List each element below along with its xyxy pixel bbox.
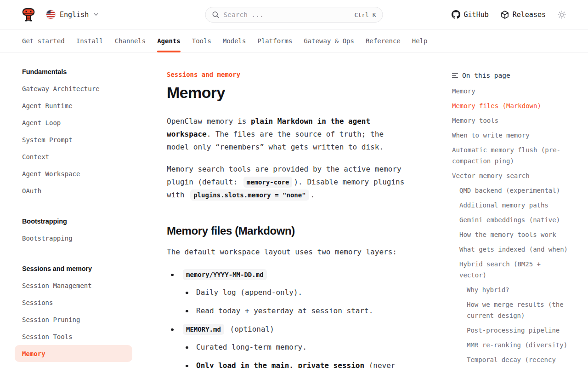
tab-platforms[interactable]: Platforms (257, 29, 292, 52)
list-item: Only load in the main, private session (… (181, 359, 406, 368)
inline-code: memory-core (243, 177, 293, 188)
sidebar-item-session-tools[interactable]: Session Tools (15, 328, 132, 345)
list-item-bold-text: Only load in the main, private session (196, 361, 364, 368)
page-title: Memory (167, 83, 406, 102)
tab-gateway-ops[interactable]: Gateway & Ops (304, 29, 354, 52)
app-logo[interactable] (22, 8, 35, 22)
sidebar-item-gateway-architecture[interactable]: Gateway Architecture (15, 80, 132, 97)
sub-list: Daily log (append-only). Read today + ye… (181, 286, 406, 317)
list-item: memory/YYYY-MM-DD.md Daily log (append-o… (167, 268, 406, 317)
sidebar-section-title: Bootstrapping (15, 218, 132, 225)
inline-code: MEMORY.md (183, 324, 224, 335)
sidebar-section-title: Fundamentals (15, 68, 132, 75)
pixel-lobster-logo-icon (22, 8, 35, 22)
toc-item-what-gets-indexed[interactable]: What gets indexed (and when) (452, 244, 569, 255)
toc-item-vector-memory-search[interactable]: Vector memory search (452, 170, 569, 181)
list-item-text: (optional) (226, 325, 274, 334)
main-content: Sessions and memory Memory OpenClaw memo… (167, 52, 406, 368)
tab-get-started[interactable]: Get started (22, 29, 65, 52)
us-flag-icon (46, 10, 56, 19)
list-item-text: (never (364, 361, 395, 368)
toc-item-gemini-embeddings[interactable]: Gemini embeddings (native) (452, 214, 569, 225)
inline-code: plugins.slots.memory = "none" (190, 190, 309, 201)
chevron-down-icon (94, 13, 98, 16)
search-input[interactable] (224, 11, 351, 18)
plugins-paragraph: Memory search tools are provided by the … (167, 163, 406, 201)
tab-install[interactable]: Install (76, 29, 103, 52)
toc-item-how-we-merge-results[interactable]: How we merge results (the current design… (452, 299, 569, 321)
section-heading-memory-files: Memory files (Markdown) (167, 224, 406, 238)
list-item-text: Curated long-term memory. (196, 343, 307, 351)
list-item-text: Read today + yesterday at session start. (196, 306, 373, 315)
sidebar-item-session-pruning[interactable]: Session Pruning (15, 311, 132, 328)
top-header: English Ctrl K GitHub Releases (0, 0, 588, 29)
inline-code: memory/YYYY-MM-DD.md (183, 269, 267, 280)
sidebar-section-title: Sessions and memory (15, 265, 132, 272)
layers-paragraph: The default workspace layout uses two me… (167, 246, 406, 259)
tab-channels[interactable]: Channels (115, 29, 146, 52)
octocat-icon (452, 10, 460, 19)
sidebar-item-context[interactable]: Context (15, 148, 132, 165)
sidebar-item-oauth[interactable]: OAuth (15, 182, 132, 199)
releases-link[interactable]: Releases (501, 11, 546, 19)
toc-title-row: On this page (452, 71, 569, 80)
sidebar-section-bootstrapping: Bootstrapping Bootstrapping (15, 218, 132, 247)
toc-item-memory-tools[interactable]: Memory tools (452, 115, 569, 126)
intro-paragraph: OpenClaw memory is plain Markdown in the… (167, 115, 406, 154)
tab-tools[interactable]: Tools (192, 29, 211, 52)
search-shortcut: Ctrl K (355, 12, 376, 18)
toc-item-why-hybrid[interactable]: Why hybrid? (452, 284, 569, 295)
sidebar-item-bootstrapping[interactable]: Bootstrapping (15, 230, 132, 247)
list-item: Read today + yesterday at session start. (181, 305, 406, 317)
toc-item-automatic-memory-flush[interactable]: Automatic memory flush (pre-compaction p… (452, 144, 569, 167)
toc-item-mmr-re-ranking[interactable]: MMR re-ranking (diversity) (452, 339, 569, 351)
list-lines-icon (452, 73, 458, 78)
toc-item-qmd-backend[interactable]: QMD backend (experimental) (452, 185, 569, 196)
magnifier-icon (212, 11, 220, 18)
package-icon (501, 11, 509, 19)
releases-label: Releases (513, 11, 546, 19)
toc-item-how-the-memory-tools-work[interactable]: How the memory tools work (452, 229, 569, 240)
list-item: Curated long-term memory. (181, 341, 406, 354)
github-link[interactable]: GitHub (452, 10, 489, 19)
memory-layers-list: memory/YYYY-MM-DD.md Daily log (append-o… (167, 268, 406, 368)
sidebar: Fundamentals Gateway Architecture Agent … (15, 52, 132, 362)
toc-item-hybrid-search[interactable]: Hybrid search (BM25 + vector) (452, 259, 569, 281)
sidebar-item-agent-loop[interactable]: Agent Loop (15, 114, 132, 131)
toc-item-memory-files-markdown[interactable]: Memory files (Markdown) (452, 100, 569, 111)
theme-toggle[interactable] (558, 11, 566, 19)
list-item: MEMORY.md (optional) Curated long-term m… (167, 323, 406, 368)
sidebar-item-agent-runtime[interactable]: Agent Runtime (15, 97, 132, 114)
search-bar[interactable]: Ctrl K (205, 7, 383, 23)
sidebar-item-sessions[interactable]: Sessions (15, 294, 132, 311)
primary-nav: Get started Install Channels Agents Tool… (0, 29, 588, 52)
toc-item-memory[interactable]: Memory (452, 86, 569, 97)
language-label: English (60, 11, 89, 19)
list-item-text: Daily log (append-only). (196, 288, 302, 297)
tab-help[interactable]: Help (412, 29, 428, 52)
tab-agents[interactable]: Agents (157, 29, 181, 52)
sun-icon (558, 11, 566, 19)
toc-item-when-to-write-memory[interactable]: When to write memory (452, 130, 569, 141)
on-this-page-toc: On this page Memory Memory files (Markdo… (452, 52, 569, 368)
sidebar-item-system-prompt[interactable]: System Prompt (15, 131, 132, 148)
breadcrumb[interactable]: Sessions and memory (167, 71, 406, 78)
sidebar-section-fundamentals: Fundamentals Gateway Architecture Agent … (15, 68, 132, 199)
paragraph-text: . (311, 190, 315, 199)
github-label: GitHub (464, 11, 489, 19)
toc-title: On this page (462, 71, 510, 80)
sidebar-item-session-management[interactable]: Session Management (15, 277, 132, 294)
tab-models[interactable]: Models (223, 29, 246, 52)
sidebar-section-sessions-and-memory: Sessions and memory Session Management S… (15, 265, 132, 362)
tab-reference[interactable]: Reference (366, 29, 401, 52)
toc-item-temporal-decay[interactable]: Temporal decay (recency (452, 354, 569, 365)
list-item: Daily log (append-only). (181, 286, 406, 299)
toc-item-post-processing-pipeline[interactable]: Post-processing pipeline (452, 325, 569, 336)
sub-list: Curated long-term memory. Only load in t… (181, 341, 406, 368)
language-selector[interactable]: English (46, 10, 98, 19)
sidebar-item-memory[interactable]: Memory (15, 345, 132, 362)
toc-item-additional-memory-paths[interactable]: Additional memory paths (452, 200, 569, 211)
paragraph-text: OpenClaw memory is (167, 117, 251, 126)
sidebar-item-agent-workspace[interactable]: Agent Workspace (15, 165, 132, 182)
